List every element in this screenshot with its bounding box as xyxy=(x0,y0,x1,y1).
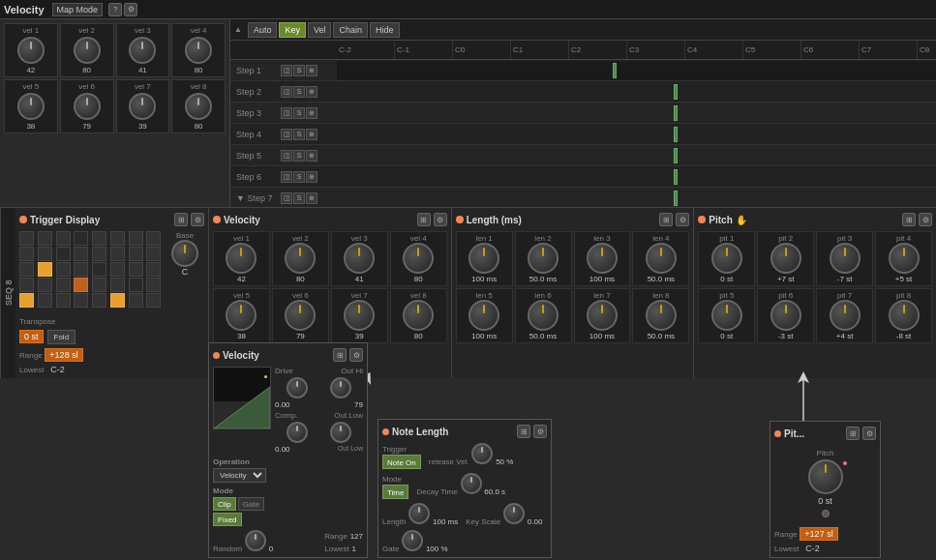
trig-cell[interactable] xyxy=(74,247,88,261)
key-scale-knob[interactable] xyxy=(503,503,525,524)
velocity-settings-icon[interactable]: ⚙ xyxy=(434,213,447,226)
vel-knob-main-3[interactable] xyxy=(344,243,375,274)
trig-cell[interactable] xyxy=(19,247,34,261)
length-expand-icon[interactable]: ⊞ xyxy=(659,213,673,226)
trig-cell[interactable] xyxy=(110,262,125,277)
step-icon-c5[interactable]: ⊕ xyxy=(306,150,317,162)
question-icon[interactable]: ? xyxy=(108,3,122,16)
auto-button[interactable]: Auto xyxy=(248,22,278,38)
pitch-popup-expand-icon[interactable]: ⊞ xyxy=(846,427,860,440)
step-icon-b1[interactable]: S xyxy=(293,65,305,76)
step-icon-c2[interactable]: ⊕ xyxy=(306,86,317,98)
step-icon-c7[interactable]: ⊕ xyxy=(306,192,317,204)
step-icon-a6[interactable]: ◫ xyxy=(281,171,292,183)
len-knob-6[interactable] xyxy=(528,300,559,331)
pitch-expand-icon[interactable]: ⊞ xyxy=(902,213,916,226)
trig-cell[interactable] xyxy=(92,231,106,246)
trig-cell[interactable] xyxy=(56,231,71,246)
clip-button[interactable]: Clip xyxy=(213,497,236,511)
step-icon-a5[interactable]: ◫ xyxy=(281,150,292,162)
step-icon-a3[interactable]: ◫ xyxy=(281,107,292,119)
vel-knob-5[interactable] xyxy=(17,93,45,120)
out-low-knob[interactable] xyxy=(330,422,351,443)
map-mode-button[interactable]: Map Mode xyxy=(52,3,104,16)
trig-cell[interactable] xyxy=(92,247,106,261)
trig-cell[interactable] xyxy=(146,293,161,308)
step-icon-a2[interactable]: ◫ xyxy=(281,86,292,98)
chain-button[interactable]: Chain xyxy=(333,22,368,38)
hide-button[interactable]: Hide xyxy=(370,22,400,38)
vel-knob-main-1[interactable] xyxy=(226,243,257,274)
trig-cell[interactable] xyxy=(74,293,88,308)
vel-knob-main-6[interactable] xyxy=(285,300,316,331)
step-icon-c1[interactable]: ⊕ xyxy=(306,65,317,76)
step-icon-b6[interactable]: S xyxy=(293,171,305,183)
release-vel-knob[interactable] xyxy=(471,443,493,464)
trig-cell[interactable] xyxy=(19,231,34,246)
pit-knob-7[interactable] xyxy=(830,300,861,331)
fixed-button[interactable]: Fixed xyxy=(213,513,242,526)
trig-cell[interactable] xyxy=(129,293,143,308)
length-settings-icon[interactable]: ⚙ xyxy=(676,213,689,226)
vel-knob-8[interactable] xyxy=(185,93,212,120)
vel-button[interactable]: Vel xyxy=(308,22,332,38)
vel-knob-3[interactable] xyxy=(129,37,156,64)
trig-cell[interactable] xyxy=(19,278,34,292)
trig-cell[interactable] xyxy=(110,247,125,261)
trig-cell[interactable] xyxy=(129,231,143,246)
trig-cell[interactable] xyxy=(110,231,125,246)
trig-cell[interactable] xyxy=(129,278,143,292)
vel-knob-main-5[interactable] xyxy=(226,300,257,331)
trigger-settings-icon[interactable]: ⚙ xyxy=(191,213,204,226)
trig-cell[interactable] xyxy=(146,231,161,246)
trigger-expand-icon[interactable]: ⊞ xyxy=(174,213,188,226)
trig-cell[interactable] xyxy=(56,293,71,308)
trig-cell[interactable] xyxy=(92,293,106,308)
fold-button[interactable]: Fold xyxy=(47,330,76,344)
popup-vel-settings-icon[interactable]: ⚙ xyxy=(349,348,363,362)
key-button[interactable]: Key xyxy=(279,22,306,38)
step-icon-a4[interactable]: ◫ xyxy=(281,129,292,140)
length-knob[interactable] xyxy=(408,503,430,524)
trig-cell[interactable] xyxy=(56,262,71,277)
random-knob[interactable] xyxy=(245,530,266,551)
settings-icon[interactable]: ⚙ xyxy=(124,3,137,16)
trig-cell[interactable] xyxy=(38,247,52,261)
pit-knob-5[interactable] xyxy=(711,300,742,331)
drive-knob[interactable] xyxy=(287,377,308,398)
len-knob-5[interactable] xyxy=(468,300,499,331)
vel-knob-main-7[interactable] xyxy=(344,300,375,331)
step-icon-a1[interactable]: ◫ xyxy=(281,65,292,76)
pit-knob-6[interactable] xyxy=(770,300,801,331)
decay-time-knob[interactable] xyxy=(461,473,482,494)
pit-knob-8[interactable] xyxy=(889,300,920,331)
trig-cell[interactable] xyxy=(38,293,52,308)
pit-knob-2[interactable] xyxy=(770,243,801,274)
step-icon-c3[interactable]: ⊕ xyxy=(306,107,317,119)
trig-cell[interactable] xyxy=(129,247,143,261)
out-hi-knob[interactable] xyxy=(330,377,351,398)
vel-knob-main-8[interactable] xyxy=(403,300,434,331)
note-len-settings-icon[interactable]: ⚙ xyxy=(533,425,547,438)
vel-knob-main-4[interactable] xyxy=(403,243,434,274)
vel-knob-1[interactable] xyxy=(17,37,45,64)
pit-knob-3[interactable] xyxy=(830,243,861,274)
len-knob-7[interactable] xyxy=(587,300,618,331)
pitch-popup-settings-icon[interactable]: ⚙ xyxy=(862,427,876,440)
trig-cell[interactable] xyxy=(110,293,125,308)
step-icon-a7[interactable]: ◫ xyxy=(281,192,292,204)
vel-knob-4[interactable] xyxy=(185,37,212,64)
len-knob-1[interactable] xyxy=(468,243,499,274)
base-knob[interactable] xyxy=(171,240,198,267)
step-icon-b5[interactable]: S xyxy=(293,150,305,162)
vel-knob-7[interactable] xyxy=(129,93,156,120)
pit-knob-4[interactable] xyxy=(889,243,920,274)
vel-knob-main-2[interactable] xyxy=(285,243,316,274)
trig-cell[interactable] xyxy=(74,262,88,277)
note-len-expand-icon[interactable]: ⊞ xyxy=(517,425,530,438)
step-icon-b7[interactable]: S xyxy=(293,192,305,204)
pitch-settings-icon[interactable]: ⚙ xyxy=(919,213,932,226)
step-icon-b4[interactable]: S xyxy=(293,129,305,140)
len-knob-8[interactable] xyxy=(646,300,677,331)
trig-cell[interactable] xyxy=(74,231,88,246)
